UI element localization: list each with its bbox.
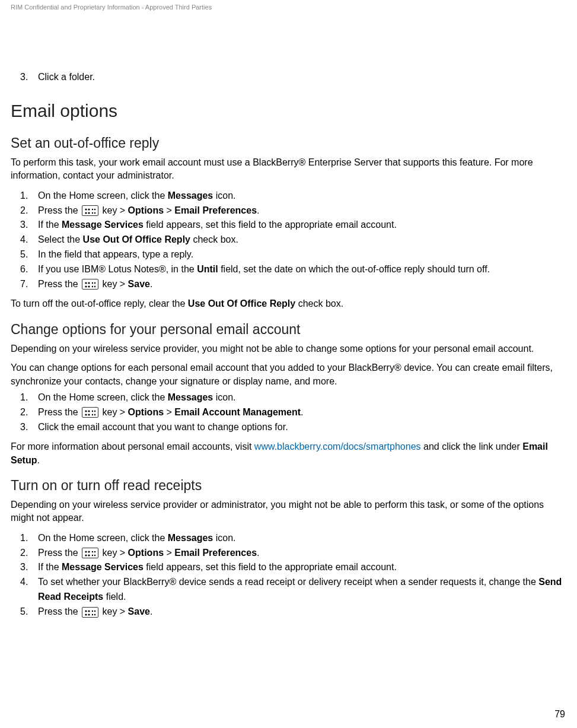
menu-key-icon xyxy=(82,407,98,418)
text: For more information about personal emai… xyxy=(11,441,254,452)
bold-text: Send Read Receipts xyxy=(38,577,562,602)
steps-list: 1.On the Home screen, click the Messages… xyxy=(11,531,566,619)
text: . xyxy=(37,455,39,465)
list-item: 4.To set whether your BlackBerry® device… xyxy=(20,575,566,605)
bold-text: Email Preferences xyxy=(174,205,257,215)
step-text: If the Message Services field appears, s… xyxy=(38,560,566,575)
svg-point-31 xyxy=(94,555,95,556)
step-text: If the Message Services field appears, s… xyxy=(38,218,566,233)
continued-list: 3. Click a folder. xyxy=(11,70,566,84)
subsection-heading: Change options for your personal email a… xyxy=(11,322,566,338)
subsection-heading: Set an out-of-office reply xyxy=(11,135,566,151)
bold-text: Email Preferences xyxy=(174,548,257,558)
bold-text: Save xyxy=(128,606,150,616)
svg-point-13 xyxy=(94,282,95,284)
text: check box. xyxy=(295,298,343,309)
svg-point-33 xyxy=(88,610,90,612)
list-item: 6.If you use IBM® Lotus Notes®, in the U… xyxy=(20,262,566,277)
step-number: 5. xyxy=(20,605,31,619)
steps-list: 1.On the Home screen, click the Messages… xyxy=(11,189,566,292)
list-item: 2.Press the key > Options > Email Accoun… xyxy=(20,405,566,420)
list-item: 5.Press the key > Save. xyxy=(20,605,566,619)
svg-point-18 xyxy=(85,414,87,416)
menu-key-icon xyxy=(82,607,98,618)
step-number: 1. xyxy=(20,390,31,405)
step-text: On the Home screen, click the Messages i… xyxy=(38,189,566,204)
svg-point-4 xyxy=(92,209,93,210)
list-item: 5.In the field that appears, type a repl… xyxy=(20,247,566,262)
svg-point-0 xyxy=(85,209,87,211)
step-number: 3. xyxy=(20,218,31,233)
paragraph: Depending on your wireless service provi… xyxy=(11,342,566,355)
bold-text: Options xyxy=(128,205,164,215)
text: To turn off the out-of-office reply, cle… xyxy=(11,298,188,309)
svg-point-25 xyxy=(88,551,90,553)
step-text: On the Home screen, click the Messages i… xyxy=(38,390,566,405)
bold-text: Message Services xyxy=(62,562,144,572)
list-item: 3.If the Message Services field appears,… xyxy=(20,218,566,233)
confidential-header: RIM Confidential and Proprietary Informa… xyxy=(11,0,566,11)
svg-point-19 xyxy=(88,414,90,416)
menu-key-icon xyxy=(82,548,98,558)
step-number: 2. xyxy=(20,546,31,561)
list-item: 1.On the Home screen, click the Messages… xyxy=(20,531,566,546)
svg-point-34 xyxy=(85,613,87,615)
step-number: 3. xyxy=(20,70,31,84)
step-text: Press the key > Options > Email Preferen… xyxy=(38,204,566,218)
step-number: 6. xyxy=(20,262,31,277)
svg-point-29 xyxy=(94,551,95,552)
step-number: 1. xyxy=(20,531,31,546)
svg-point-38 xyxy=(92,613,93,615)
menu-key-icon xyxy=(82,279,98,290)
bold-text: Save xyxy=(128,279,150,289)
svg-point-7 xyxy=(94,212,95,214)
svg-point-30 xyxy=(92,555,93,556)
svg-point-26 xyxy=(85,555,87,557)
outro-paragraph: For more information about personal emai… xyxy=(11,440,566,467)
bold-text: Email Account Management xyxy=(174,407,301,417)
svg-point-5 xyxy=(94,209,95,210)
list-item: 1.On the Home screen, click the Messages… xyxy=(20,189,566,204)
list-item: 2.Press the key > Options > Email Prefer… xyxy=(20,204,566,218)
step-text: In the field that appears, type a reply. xyxy=(38,247,566,262)
svg-point-12 xyxy=(92,282,93,284)
paragraph: Depending on your wireless service provi… xyxy=(11,498,566,525)
svg-point-23 xyxy=(94,414,95,415)
intro-paragraph: To perform this task, your work email ac… xyxy=(11,156,566,183)
step-text: Press the key > Options > Email Preferen… xyxy=(38,546,566,561)
step-number: 2. xyxy=(20,204,31,218)
bold-text: Messages xyxy=(168,533,213,543)
list-item: 4.Select the Use Out Of Office Reply che… xyxy=(20,233,566,247)
text: and click the link under xyxy=(421,441,523,452)
list-item: 1.On the Home screen, click the Messages… xyxy=(20,390,566,405)
svg-point-17 xyxy=(88,411,90,412)
svg-point-1 xyxy=(88,209,90,211)
svg-point-8 xyxy=(85,282,87,284)
steps-list: 1.On the Home screen, click the Messages… xyxy=(11,390,566,434)
step-text: Press the key > Options > Email Account … xyxy=(38,405,566,420)
svg-point-27 xyxy=(88,555,90,557)
step-text: If you use IBM® Lotus Notes®, in the Unt… xyxy=(38,262,566,277)
svg-point-32 xyxy=(85,610,87,612)
step-text: To set whether your BlackBerry® device s… xyxy=(38,575,566,605)
bold-text: Use Out Of Office Reply xyxy=(83,234,190,244)
svg-point-28 xyxy=(92,551,93,552)
list-item: 3. Click a folder. xyxy=(20,70,566,84)
svg-point-9 xyxy=(88,282,90,284)
docs-link[interactable]: www.blackberry.com/docs/smartphones xyxy=(254,441,421,452)
page-number: 79 xyxy=(554,709,565,720)
step-number: 2. xyxy=(20,405,31,420)
list-item: 7.Press the key > Save. xyxy=(20,277,566,292)
svg-point-3 xyxy=(88,212,90,214)
step-text: Press the key > Save. xyxy=(38,277,566,292)
step-text: Press the key > Save. xyxy=(38,605,566,619)
svg-point-39 xyxy=(94,613,95,615)
svg-point-20 xyxy=(92,411,93,412)
menu-key-icon xyxy=(82,205,98,216)
svg-point-36 xyxy=(92,610,93,611)
section-heading: Email options xyxy=(11,101,566,121)
bold-text: Options xyxy=(128,548,164,558)
step-number: 7. xyxy=(20,277,31,292)
step-number: 3. xyxy=(20,560,31,575)
paragraph: You can change options for each personal… xyxy=(11,361,566,388)
